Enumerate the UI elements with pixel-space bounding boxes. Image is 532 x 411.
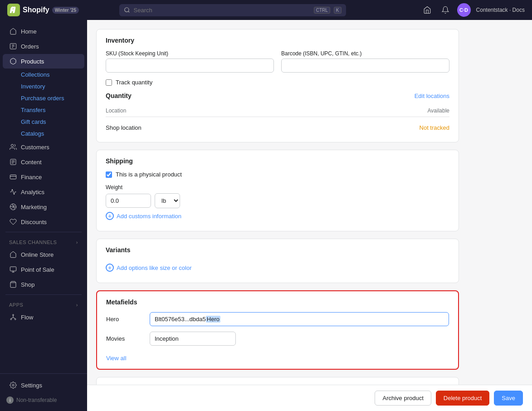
avatar[interactable]: C·D — [457, 3, 471, 17]
metafield-movies-input-wrapper — [150, 332, 449, 346]
sidebar-item-home[interactable]: Home — [3, 24, 84, 39]
products-submenu: Collections Inventory Purchase orders Tr… — [0, 69, 87, 139]
flow-icon — [9, 313, 17, 321]
variants-card: Variants + Add options like size or colo… — [96, 239, 459, 283]
edit-locations-link[interactable]: Edit locations — [415, 93, 449, 99]
available-col-header: Available — [428, 108, 449, 114]
shop-label: Shop — [21, 281, 34, 288]
svg-point-17 — [15, 318, 16, 320]
expand-apps-icon[interactable]: › — [76, 302, 78, 308]
point-of-sale-icon — [9, 265, 17, 274]
svg-line-19 — [11, 318, 13, 319]
sku-label: SKU (Stock Keeping Unit) — [106, 50, 274, 57]
sidebar-item-customers[interactable]: Customers — [3, 140, 84, 154]
sidebar-divider-1 — [5, 232, 82, 232]
weight-input[interactable] — [106, 194, 151, 208]
not-tracked-value: Not tracked — [420, 124, 449, 131]
metafields-card: Metafields Hero Blt0576e53...dbda5 Hero — [96, 290, 459, 370]
hero-prefix: Blt0576e53...dbda5 — [155, 316, 206, 323]
quantity-header: Quantity Edit locations — [106, 92, 449, 99]
bottom-bar: Archive product Delete product Save — [87, 385, 532, 411]
sidebar-item-collections[interactable]: Collections — [17, 69, 84, 80]
store-icon[interactable] — [421, 4, 434, 16]
barcode-input[interactable] — [281, 59, 449, 73]
home-label: Home — [21, 28, 37, 35]
barcode-group: Barcode (ISBN, UPC, GTIN, etc.) — [281, 50, 449, 73]
expand-sales-channels-icon[interactable]: › — [76, 240, 78, 245]
metafields-card-body: Metafields Hero Blt0576e53...dbda5 Hero — [97, 291, 458, 369]
bell-icon[interactable] — [439, 4, 452, 16]
sidebar-item-settings[interactable]: Settings — [3, 378, 84, 392]
topbar-actions: C·D Contentstack · Docs — [421, 3, 525, 17]
add-customs-btn[interactable]: + Add customs information — [106, 208, 449, 224]
sidebar-item-content[interactable]: Content — [3, 155, 84, 169]
analytics-label: Analytics — [21, 189, 44, 196]
delete-product-button[interactable]: Delete product — [436, 391, 490, 406]
add-variants-btn[interactable]: + Add options like size or color — [106, 260, 449, 275]
track-quantity-checkbox[interactable] — [106, 79, 112, 86]
view-all-link[interactable]: View all — [106, 355, 127, 362]
analytics-icon — [9, 188, 17, 196]
user-name: Contentstack · Docs — [476, 7, 525, 13]
non-transferable-icon: i — [6, 396, 14, 404]
sidebar-item-flow[interactable]: Flow — [3, 310, 84, 324]
layout: Home Orders Products Collections Invento… — [0, 20, 532, 411]
track-quantity-label[interactable]: Track quantity — [116, 79, 152, 86]
svg-point-16 — [10, 318, 12, 320]
search-bar[interactable]: CTRL K — [119, 4, 346, 16]
location-table-header: Location Available — [106, 105, 449, 117]
archive-product-button[interactable]: Archive product — [375, 391, 431, 406]
metafield-hero-input[interactable]: Blt0576e53...dbda5 Hero — [150, 312, 449, 326]
sales-channels-label: Sales channels — [9, 240, 57, 245]
discounts-icon — [9, 218, 17, 226]
sidebar-item-orders[interactable]: Orders — [3, 39, 84, 54]
sidebar-item-shop[interactable]: Shop — [3, 277, 84, 292]
svg-point-5 — [11, 144, 13, 147]
svg-rect-13 — [10, 267, 16, 271]
sidebar-item-analytics[interactable]: Analytics — [3, 185, 84, 199]
physical-product-label[interactable]: This is a physical product — [116, 171, 182, 178]
weight-label: Weight — [106, 184, 449, 191]
home-icon — [9, 27, 17, 35]
non-transferable-label: Non-transferable — [16, 397, 57, 403]
weight-unit-select[interactable]: lb kg oz g — [155, 193, 180, 208]
search-input[interactable] — [134, 7, 310, 14]
sku-group: SKU (Stock Keeping Unit) — [106, 50, 274, 73]
k-kbd: K — [334, 7, 342, 14]
winter-badge: Winter '25 — [52, 7, 79, 14]
inventory-card: Inventory SKU (Stock Keeping Unit) Barco… — [96, 29, 459, 142]
physical-product-checkbox[interactable] — [106, 171, 112, 178]
location-col-header: Location — [106, 108, 126, 114]
svg-line-20 — [13, 318, 15, 319]
shipping-card: Shipping This is a physical product Weig… — [96, 150, 459, 231]
sidebar-item-discounts[interactable]: Discounts — [3, 215, 84, 229]
content-label: Content — [21, 159, 42, 166]
shop-icon — [9, 280, 17, 289]
metafield-hero-row: Hero Blt0576e53...dbda5 Hero — [106, 312, 449, 326]
metafield-hero-label: Hero — [106, 316, 142, 323]
apps-label: Apps — [9, 302, 23, 308]
finance-label: Finance — [21, 174, 42, 181]
sidebar-item-online-store[interactable]: Online Store — [3, 247, 84, 262]
orders-icon — [9, 42, 17, 50]
sidebar-item-point-of-sale[interactable]: Point of Sale — [3, 262, 84, 277]
sidebar-item-inventory[interactable]: Inventory — [17, 81, 84, 92]
sidebar-item-finance[interactable]: Finance — [3, 170, 84, 184]
customers-icon — [9, 143, 17, 151]
sidebar-item-gift-cards[interactable]: Gift cards — [17, 116, 84, 127]
ctrl-kbd: CTRL — [314, 7, 330, 14]
sidebar-item-transfers[interactable]: Transfers — [17, 104, 84, 116]
save-button[interactable]: Save — [494, 391, 523, 406]
inventory-card-body: Inventory SKU (Stock Keeping Unit) Barco… — [97, 29, 459, 142]
shop-location-row: Shop location Not tracked — [106, 121, 449, 135]
variants-title: Variants — [106, 246, 449, 254]
sidebar-item-purchase-orders[interactable]: Purchase orders — [17, 93, 84, 104]
sidebar-item-marketing[interactable]: Marketing — [3, 200, 84, 214]
sidebar-item-catalogs[interactable]: Catalogs — [17, 128, 84, 139]
sku-input[interactable] — [106, 59, 274, 73]
sku-barcode-row: SKU (Stock Keeping Unit) Barcode (ISBN, … — [106, 50, 449, 73]
metafield-movies-input[interactable] — [150, 332, 236, 346]
metafield-movies-label: Movies — [106, 335, 142, 342]
svg-point-0 — [124, 8, 128, 12]
sidebar-item-products[interactable]: Products — [3, 54, 84, 68]
